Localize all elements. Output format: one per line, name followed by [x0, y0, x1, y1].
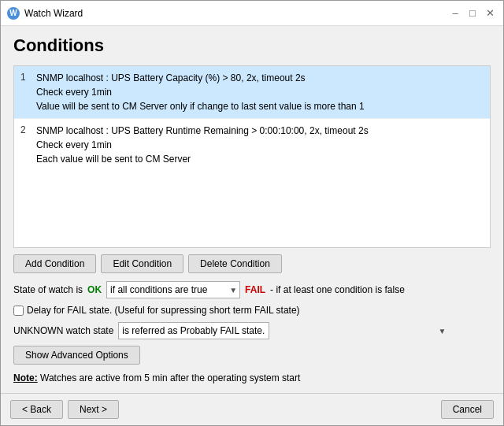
note-content: Watches are active from 5 min after the … [38, 372, 301, 383]
conditions-list[interactable]: 1 SNMP localhost : UPS Battery Capacity … [13, 65, 491, 248]
condition-row-2[interactable]: 2 SNMP localhost : UPS Battery Runtime R… [14, 119, 490, 171]
show-advanced-button[interactable]: Show Advanced Options [13, 346, 140, 365]
footer: < Back Next > Cancel [1, 393, 503, 425]
note-row: Note: Watches are active from 5 min afte… [13, 372, 491, 383]
condition-text-1: SNMP localhost : UPS Battery Capacity (%… [36, 71, 484, 113]
fail-badge: FAIL [245, 284, 265, 295]
maximize-button[interactable]: □ [465, 6, 480, 20]
app-icon: W [7, 7, 20, 20]
back-button[interactable]: < Back [10, 400, 63, 419]
ok-badge: OK [87, 284, 102, 295]
note-label-text: Note: [13, 372, 38, 383]
delay-label: Delay for FAIL state. (Useful for supres… [27, 305, 300, 316]
delay-row: Delay for FAIL state. (Useful for supres… [13, 305, 491, 316]
window: W Watch Wizard – □ ✕ Conditions 1 SNMP l… [0, 0, 504, 426]
condition-number-2: 2 [20, 124, 36, 135]
fail-suffix: - if at least one condition is false [270, 284, 405, 295]
advanced-row: Show Advanced Options [13, 346, 491, 365]
main-content: Conditions 1 SNMP localhost : UPS Batter… [1, 26, 503, 393]
unknown-row: UNKNOWN watch state is referred as Proba… [13, 322, 491, 339]
add-condition-button[interactable]: Add Condition [13, 254, 96, 273]
condition-number-1: 1 [20, 71, 36, 83]
page-title: Conditions [13, 35, 491, 56]
unknown-label: UNKNOWN watch state [13, 325, 113, 336]
state-prefix: State of watch is [13, 284, 83, 295]
condition-text-2: SNMP localhost : UPS Battery Runtime Rem… [36, 124, 484, 166]
delay-checkbox[interactable] [13, 306, 24, 316]
unknown-select-arrow: ▼ [438, 327, 446, 335]
unknown-select[interactable]: is referred as Probably FAIL state. is r… [118, 322, 269, 339]
state-row: State of watch is OK if all conditions a… [13, 281, 491, 298]
window-title: Watch Wizard [24, 8, 83, 19]
action-buttons: Add Condition Edit Condition Delete Cond… [13, 254, 491, 273]
minimize-button[interactable]: – [448, 6, 462, 20]
title-bar: W Watch Wizard – □ ✕ [1, 1, 503, 26]
delete-condition-button[interactable]: Delete Condition [188, 254, 282, 273]
cancel-button[interactable]: Cancel [441, 400, 494, 419]
footer-nav-buttons: < Back Next > [10, 400, 119, 419]
condition-row-1[interactable]: 1 SNMP localhost : UPS Battery Capacity … [14, 66, 490, 119]
state-condition-select[interactable]: if all conditions are true if at least o… [106, 281, 240, 298]
edit-condition-button[interactable]: Edit Condition [101, 254, 183, 273]
next-button[interactable]: Next > [68, 400, 119, 419]
close-button[interactable]: ✕ [483, 6, 497, 20]
